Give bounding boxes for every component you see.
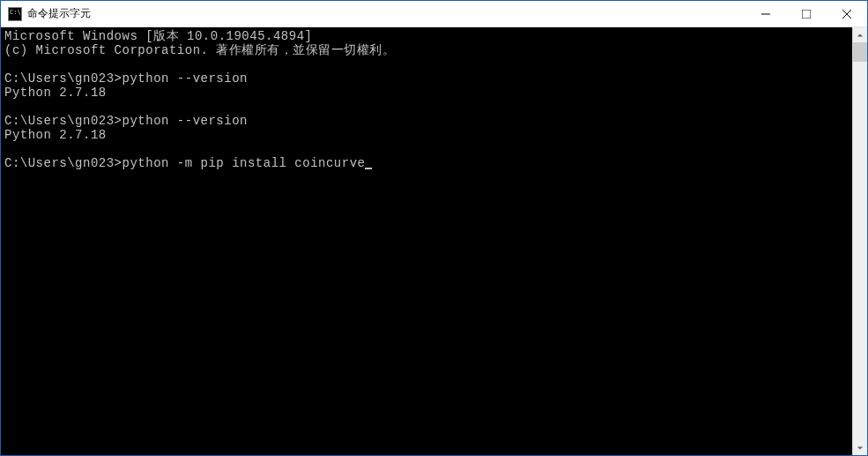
terminal-line: C:\Users\gn023>python --version bbox=[4, 71, 248, 86]
chevron-up-icon bbox=[857, 32, 864, 39]
terminal-area: Microsoft Windows [版本 10.0.19045.4894] (… bbox=[1, 27, 867, 455]
maximize-button[interactable] bbox=[786, 1, 827, 26]
command-prompt-window: 命令提示字元 Microsoft Windows [版本 10.0.19045.… bbox=[0, 0, 868, 456]
window-controls bbox=[746, 1, 867, 26]
terminal-line: Microsoft Windows [版本 10.0.19045.4894] bbox=[4, 29, 312, 43]
maximize-icon bbox=[802, 10, 811, 19]
minimize-button[interactable] bbox=[746, 1, 786, 26]
chevron-down-icon bbox=[857, 445, 864, 452]
scrollbar-track[interactable] bbox=[853, 42, 867, 440]
scrollbar-up-button[interactable] bbox=[853, 27, 867, 42]
cursor bbox=[365, 168, 372, 169]
vertical-scrollbar[interactable] bbox=[852, 27, 867, 455]
close-button[interactable] bbox=[827, 1, 867, 26]
minimize-icon bbox=[761, 10, 770, 19]
terminal-line: (c) Microsoft Corporation. 著作權所有，並保留一切權利… bbox=[4, 43, 395, 57]
titlebar[interactable]: 命令提示字元 bbox=[1, 1, 867, 27]
svg-rect-1 bbox=[802, 10, 811, 19]
svg-rect-0 bbox=[761, 13, 770, 14]
terminal-line: C:\Users\gn023>python -m pip install coi… bbox=[4, 156, 365, 170]
close-icon bbox=[842, 10, 851, 19]
terminal-line: Python 2.7.18 bbox=[4, 86, 107, 100]
scrollbar-thumb[interactable] bbox=[853, 42, 867, 62]
app-icon bbox=[8, 7, 22, 21]
window-title: 命令提示字元 bbox=[27, 6, 746, 21]
terminal-output[interactable]: Microsoft Windows [版本 10.0.19045.4894] (… bbox=[1, 27, 852, 455]
terminal-line: C:\Users\gn023>python --version bbox=[4, 114, 248, 128]
terminal-line: Python 2.7.18 bbox=[4, 128, 107, 142]
scrollbar-down-button[interactable] bbox=[853, 440, 867, 455]
